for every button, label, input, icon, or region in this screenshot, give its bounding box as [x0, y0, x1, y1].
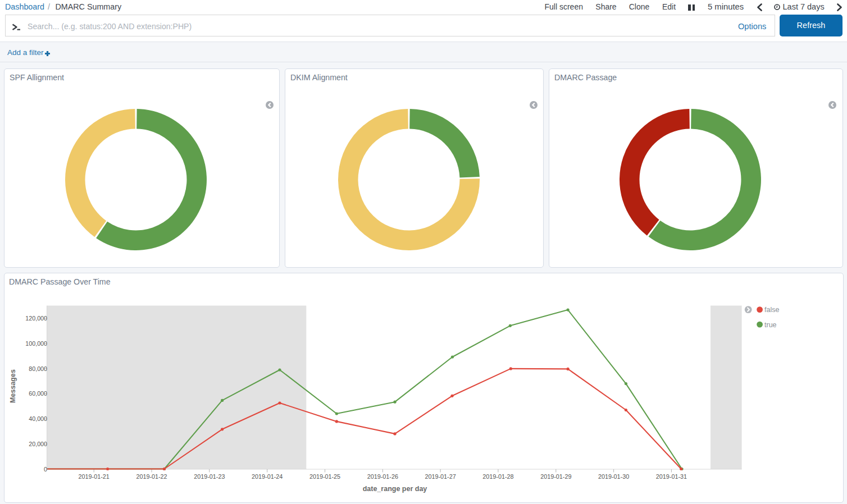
- svg-text:0: 0: [44, 466, 47, 473]
- svg-text:true: true: [764, 321, 777, 329]
- svg-text:date_range per day: date_range per day: [363, 485, 427, 493]
- svg-text:2019-01-27: 2019-01-27: [425, 473, 456, 480]
- svg-text:100,000: 100,000: [25, 340, 47, 347]
- svg-text:2019-01-21: 2019-01-21: [79, 473, 110, 480]
- svg-text:2019-01-23: 2019-01-23: [194, 473, 225, 480]
- svg-text:2019-01-26: 2019-01-26: [367, 473, 398, 480]
- svg-text:120,000: 120,000: [25, 315, 47, 322]
- svg-text:2019-01-22: 2019-01-22: [136, 473, 167, 480]
- svg-text:2019-01-30: 2019-01-30: [598, 473, 629, 480]
- svg-text:20,000: 20,000: [29, 441, 47, 447]
- svg-text:80,000: 80,000: [29, 365, 47, 372]
- svg-text:2019-01-25: 2019-01-25: [309, 473, 340, 480]
- svg-text:2019-01-24: 2019-01-24: [252, 473, 283, 480]
- svg-text:2019-01-31: 2019-01-31: [656, 473, 687, 480]
- svg-text:40,000: 40,000: [29, 415, 47, 422]
- svg-text:2019-01-28: 2019-01-28: [482, 473, 513, 480]
- svg-text:false: false: [764, 306, 779, 314]
- svg-text:60,000: 60,000: [29, 390, 47, 397]
- svg-text:2019-01-29: 2019-01-29: [540, 473, 571, 480]
- svg-text:Messages: Messages: [9, 369, 17, 403]
